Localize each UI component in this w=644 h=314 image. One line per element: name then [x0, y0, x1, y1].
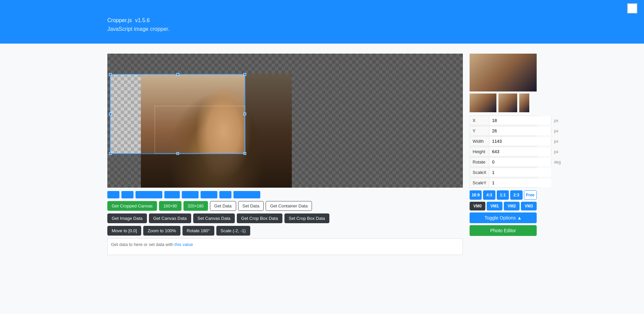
field-x-label: X [470, 116, 489, 125]
main-content: Get Cropped Canvas 160×90 320×180 Get Da… [0, 47, 644, 262]
field-height: Height px [470, 147, 537, 156]
textarea-prefix: Get data to here or set data with [111, 242, 173, 247]
field-x: X px [470, 116, 537, 125]
field-height-unit: px [551, 148, 561, 156]
data-textarea-area[interactable]: Get data to here or set data with this v… [107, 238, 463, 255]
get-container-data-button[interactable]: Get Container Data [266, 201, 312, 211]
preview-small-1 [470, 93, 496, 112]
vm-row: VM0 VM1 VM2 VM3 [470, 202, 537, 210]
scale-button[interactable]: Scale (-2, -1) [216, 226, 250, 236]
toolbar-btn-6[interactable] [201, 191, 217, 198]
set-canvas-data-button[interactable]: Set Canvas Data [193, 213, 235, 223]
handle-top-right[interactable] [244, 73, 246, 76]
field-height-input[interactable] [489, 147, 551, 156]
preview-large [470, 54, 537, 91]
ratio-1-1-button[interactable]: 1:1 [497, 190, 509, 200]
handle-top-middle[interactable] [176, 73, 179, 76]
field-x-input[interactable] [489, 116, 551, 125]
field-width-input[interactable] [489, 137, 551, 145]
dashed-inner-guide [155, 106, 245, 153]
preview-row [470, 93, 537, 112]
toolbar-btn-7[interactable] [219, 191, 231, 198]
handle-bottom-left[interactable] [109, 152, 112, 155]
vm3-button[interactable]: VM3 [521, 202, 537, 210]
btn-row-3: Move to [0,0] Zoom to 100% Rotate 180° S… [107, 226, 463, 236]
set-data-button[interactable]: Set Data [238, 201, 264, 211]
field-rotate: Rotate deg [470, 157, 537, 167]
ratio-free-button[interactable]: Free [524, 190, 537, 200]
field-scaley: ScaleY [470, 178, 537, 188]
vm2-button[interactable]: VM2 [504, 202, 520, 210]
app-title: Cropper.js v1.5.6 [107, 11, 631, 25]
ratio-4-3-button[interactable]: 4:3 [483, 190, 495, 200]
field-width: Width px [470, 136, 537, 146]
textarea-link[interactable]: this value [174, 242, 193, 247]
get-image-data-button[interactable]: Get Image Data [107, 213, 147, 223]
zoom-button[interactable]: Zoom to 100% [143, 226, 180, 236]
field-y-input[interactable] [489, 127, 551, 135]
get-cropped-canvas-button[interactable]: Get Cropped Canvas [107, 201, 157, 211]
field-y-label: Y [470, 126, 489, 135]
move-button[interactable]: Move to [0,0] [107, 226, 141, 236]
field-y-unit: px [551, 127, 561, 135]
handle-middle-left[interactable] [109, 113, 112, 115]
cropper-panel: Get Cropped Canvas 160×90 320×180 Get Da… [107, 54, 463, 255]
toolbar-btn-4[interactable] [164, 191, 180, 198]
toolbar-btn-2[interactable] [121, 191, 133, 198]
preview-small-3 [519, 93, 529, 112]
handle-top-left[interactable] [109, 73, 112, 76]
app-subtitle: JavaScript image cropper. [107, 26, 631, 32]
photo-editor-button[interactable]: Photo Editor [470, 225, 537, 236]
field-x-unit: px [551, 117, 561, 125]
corner-box [627, 3, 637, 13]
toolbar-btn-8[interactable] [233, 191, 260, 198]
get-canvas-data-button[interactable]: Get Canvas Data [149, 213, 191, 223]
get-data-button[interactable]: Get Data [210, 201, 236, 211]
btn-row-2: Get Image Data Get Canvas Data Set Canva… [107, 213, 463, 223]
cropper-container[interactable] [107, 54, 463, 188]
right-panel: X px Y px Width px Height px Rotate deg [470, 54, 537, 255]
field-scalex: ScaleX [470, 168, 537, 177]
ratio-16-9-button[interactable]: 16:9 [470, 190, 482, 200]
field-width-unit: px [551, 137, 561, 145]
toolbar-row [107, 191, 463, 198]
get-crop-box-data-button[interactable]: Get Crop Box Data [237, 213, 282, 223]
toolbar-btn-5[interactable] [182, 191, 199, 198]
toolbar-btn-1[interactable] [107, 191, 119, 198]
set-crop-box-data-button[interactable]: Set Crop Box Data [284, 213, 329, 223]
field-height-label: Height [470, 147, 489, 156]
field-rotate-label: Rotate [470, 158, 489, 167]
field-y: Y px [470, 126, 537, 136]
ratio-2-3-button[interactable]: 2:3 [510, 190, 522, 200]
btn-row-1: Get Cropped Canvas 160×90 320×180 Get Da… [107, 201, 463, 211]
preview-small-2 [498, 93, 517, 112]
size-320-button[interactable]: 320×180 [183, 201, 208, 211]
toggle-options-button[interactable]: Toggle Options ▲ [470, 212, 537, 223]
ratio-row: 16:9 4:3 1:1 2:3 Free [470, 190, 537, 200]
header: Cropper.js v1.5.6 JavaScript image cropp… [0, 0, 644, 44]
toolbar-btn-3[interactable] [136, 191, 162, 198]
field-scaley-label: ScaleY [470, 178, 489, 187]
vm1-button[interactable]: VM1 [487, 202, 502, 210]
vm0-button[interactable]: VM0 [470, 202, 485, 210]
field-rotate-unit: deg [551, 158, 564, 166]
rotate-button[interactable]: Rotate 180° [182, 226, 214, 236]
field-rotate-input[interactable] [489, 158, 551, 166]
field-scalex-input[interactable] [489, 168, 551, 177]
field-scalex-label: ScaleX [470, 168, 489, 177]
crop-box[interactable] [110, 74, 246, 154]
field-scaley-input[interactable] [489, 179, 551, 187]
field-width-label: Width [470, 137, 489, 146]
size-160-button[interactable]: 160×90 [159, 201, 181, 211]
